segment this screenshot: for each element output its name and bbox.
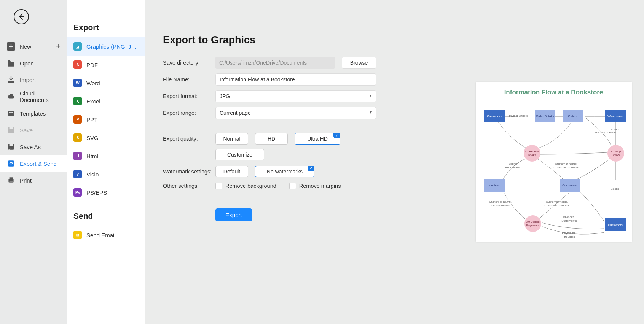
pv-circ-ship: 2.0 Ship Books: [607, 145, 624, 162]
html-icon: H: [73, 152, 82, 160]
ppt-icon: P: [73, 115, 82, 124]
excel-icon: X: [73, 97, 82, 105]
export-item-label: Html: [86, 153, 98, 159]
pseps-icon: Ps: [73, 188, 82, 197]
svg-rect-13: [10, 181, 13, 183]
pdf-icon: A: [73, 60, 82, 69]
nav-item-export-send[interactable]: Export & Send: [0, 155, 67, 172]
export-item-pdf[interactable]: A PDF: [67, 56, 145, 74]
save-as-icon: [7, 143, 15, 151]
nav-label: New: [20, 43, 31, 50]
quality-customize[interactable]: Customize: [215, 149, 264, 160]
nav-item-print[interactable]: Print: [0, 172, 67, 189]
pv-box-invoices: Invoices: [484, 179, 505, 192]
save-icon: [7, 126, 15, 134]
svg-rect-7: [10, 127, 13, 129]
label-other: Other settings:: [163, 183, 215, 189]
label-format: Export format:: [163, 93, 215, 99]
send-heading: Send: [67, 211, 145, 226]
export-item-label: PPT: [86, 116, 97, 123]
export-item-label: Visio: [86, 171, 99, 178]
nav-label: Templates: [20, 110, 46, 117]
export-icon: [7, 159, 15, 168]
export-item-ppt[interactable]: P PPT: [67, 110, 145, 129]
svg-rect-4: [9, 112, 11, 113]
export-item-visio[interactable]: V Visio: [67, 165, 145, 183]
svg-rect-1: [8, 60, 10, 61]
nav-item-import[interactable]: Import: [0, 71, 67, 88]
watermark-none[interactable]: No watermarks: [255, 166, 314, 177]
nav-label: Cloud Documents: [20, 90, 60, 103]
export-item-label: Graphics (PNG, JPG et…: [86, 43, 139, 50]
preview-panel: Information Flow at a Bookstore Customer…: [463, 0, 644, 324]
folder-icon: [7, 59, 15, 67]
export-list-panel: Export ◢ Graphics (PNG, JPG et… A PDF W …: [67, 0, 145, 324]
svg-icon: S: [73, 133, 82, 142]
export-item-graphics[interactable]: ◢ Graphics (PNG, JPG et…: [67, 37, 145, 56]
print-icon: [7, 176, 15, 184]
templates-icon: [7, 109, 15, 118]
pv-box-customers3: Customers: [605, 218, 626, 231]
nav-label: Export & Send: [20, 160, 57, 167]
export-item-label: PDF: [86, 62, 98, 68]
quality-ultrahd[interactable]: Ultra HD: [295, 133, 340, 145]
cloud-icon: [7, 92, 15, 101]
range-select[interactable]: Current page: [215, 107, 376, 119]
nav-item-cloud[interactable]: Cloud Documents: [0, 88, 67, 105]
plus-square-icon: [7, 42, 15, 51]
export-item-label: PS/EPS: [86, 189, 107, 196]
separator: [163, 126, 376, 126]
remove-margins-checkbox[interactable]: Remove margins: [289, 183, 341, 189]
export-item-svg[interactable]: S SVG: [67, 129, 145, 147]
remove-bg-checkbox[interactable]: Remove background: [215, 183, 276, 189]
pv-lbl: Invalid Orders: [509, 114, 528, 118]
nav-item-save-as[interactable]: Save As: [0, 138, 67, 155]
nav-item-templates[interactable]: Templates: [0, 105, 67, 122]
word-icon: W: [73, 79, 82, 87]
nav-item-open[interactable]: Open: [0, 55, 67, 71]
file-name-input[interactable]: Information Flow at a Bookstore: [215, 73, 376, 86]
nav-item-new[interactable]: New +: [0, 38, 67, 55]
send-item-label: Send Email: [86, 232, 116, 238]
quality-hd[interactable]: HD: [255, 133, 288, 145]
export-item-label: SVG: [86, 135, 99, 141]
pv-lbl: Customer name, Customer Address: [542, 200, 572, 207]
pv-box-orders: Orders: [563, 110, 583, 122]
checkbox-icon: [289, 183, 296, 189]
label-range: Export range:: [163, 110, 215, 116]
page-title: Export to Graphics: [163, 34, 448, 46]
export-item-label: Excel: [86, 98, 100, 105]
pv-box-customers2: Customers: [560, 179, 580, 192]
preview-canvas: Information Flow at a Bookstore Customer…: [476, 82, 632, 242]
browse-button[interactable]: Browse: [342, 57, 376, 69]
svg-rect-3: [8, 111, 14, 116]
svg-rect-12: [10, 177, 13, 179]
pv-lbl: Billing Information: [502, 162, 524, 169]
export-button[interactable]: Export: [215, 208, 252, 221]
export-item-html[interactable]: H Html: [67, 147, 145, 165]
import-icon: [7, 76, 15, 84]
watermark-default[interactable]: Default: [215, 166, 248, 177]
export-item-excel[interactable]: X Excel: [67, 92, 145, 110]
export-item-pseps[interactable]: Ps PS/EPS: [67, 183, 145, 202]
pv-lbl: Customer name, Invoice details: [487, 200, 514, 207]
save-dir-input[interactable]: C:/Users/rimzh/OneDrive/Documents: [215, 57, 335, 69]
nav-label: Open: [20, 60, 34, 67]
svg-rect-2: [8, 81, 14, 83]
format-select[interactable]: JPG: [215, 90, 376, 102]
svg-rect-9: [10, 144, 13, 146]
back-button[interactable]: [14, 9, 29, 24]
graphics-icon: ◢: [73, 42, 82, 51]
label-quality: Export quality:: [163, 136, 215, 142]
svg-rect-5: [11, 112, 13, 113]
pv-lbl: Books: [611, 187, 619, 191]
send-item-email[interactable]: ✉ Send Email: [67, 226, 145, 244]
export-form: Save directory: C:/Users/rimzh/OneDrive/…: [163, 57, 376, 221]
nav-label: Print: [20, 177, 32, 184]
plus-icon[interactable]: +: [56, 42, 61, 51]
export-item-word[interactable]: W Word: [67, 74, 145, 92]
pv-box-order-details: Order Details: [535, 110, 555, 122]
pv-box-warehouse: Warehouse: [605, 110, 626, 122]
quality-normal[interactable]: Normal: [215, 133, 248, 145]
label-save-dir: Save directory:: [163, 60, 215, 66]
